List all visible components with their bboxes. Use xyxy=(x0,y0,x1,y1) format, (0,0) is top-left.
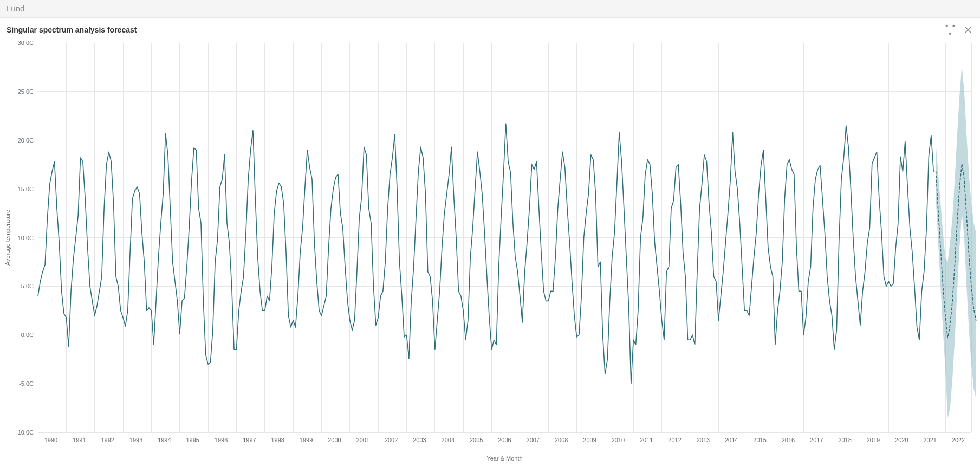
y-tick-label: 30.0C xyxy=(18,40,34,46)
x-tick-label: 2016 xyxy=(782,437,795,443)
x-tick-label: 1993 xyxy=(129,437,142,443)
close-button[interactable] xyxy=(963,24,973,35)
ellipsis-icon: • • • xyxy=(945,22,956,37)
x-tick-label: 1995 xyxy=(186,437,199,443)
x-tick-label: 2014 xyxy=(725,437,738,443)
x-tick-label: 2009 xyxy=(583,437,596,443)
x-tick-label: 1992 xyxy=(101,437,114,443)
page-title: Lund xyxy=(0,0,980,18)
y-tick-label: 15.0C xyxy=(18,186,34,192)
x-tick-label: 1994 xyxy=(158,437,171,443)
more-options-button[interactable]: • • • xyxy=(945,24,956,35)
x-tick-label: 2017 xyxy=(810,437,823,443)
x-tick-label: 2004 xyxy=(442,437,455,443)
x-tick-label: 2006 xyxy=(498,437,511,443)
x-tick-label: 1996 xyxy=(215,437,228,443)
x-tick-label: 2002 xyxy=(385,437,398,443)
x-tick-label: 2018 xyxy=(838,437,851,443)
x-tick-label: 2021 xyxy=(923,437,936,443)
x-tick-label: 2008 xyxy=(555,437,568,443)
x-tick-label: 1998 xyxy=(271,437,284,443)
y-tick-label: -10.0C xyxy=(16,429,34,436)
x-axis-title: Year & Month xyxy=(486,455,522,462)
y-tick-label: 0.0C xyxy=(21,332,34,338)
x-tick-label: 2010 xyxy=(612,437,625,443)
x-tick-label: 2001 xyxy=(356,437,369,443)
y-axis-title: Average temperature xyxy=(4,210,11,266)
close-icon xyxy=(964,26,972,34)
x-tick-label: 2005 xyxy=(470,437,483,443)
card-title: Singular spectrum analysis forecast xyxy=(7,25,137,34)
x-tick-label: 2022 xyxy=(952,437,965,443)
card-actions: • • • xyxy=(945,24,973,35)
y-tick-label: 25.0C xyxy=(18,88,34,95)
x-tick-label: 2015 xyxy=(753,437,766,443)
x-tick-label: 2019 xyxy=(867,437,880,443)
y-tick-label: 10.0C xyxy=(18,235,34,241)
x-tick-label: 1999 xyxy=(300,437,313,443)
x-tick-label: 2000 xyxy=(328,437,341,443)
y-tick-label: 5.0C xyxy=(21,283,34,289)
x-tick-label: 1990 xyxy=(44,437,57,443)
x-tick-label: 2013 xyxy=(697,437,710,443)
chart-card: Singular spectrum analysis forecast • • … xyxy=(0,18,980,466)
chart-area[interactable]: -10.0C-5.0C0.0C5.0C10.0C15.0C20.0C25.0C3… xyxy=(0,37,980,466)
y-tick-label: -5.0C xyxy=(19,380,34,387)
x-tick-label: 2020 xyxy=(895,437,908,443)
x-tick-label: 2012 xyxy=(668,437,681,443)
x-tick-label: 2007 xyxy=(527,437,540,443)
card-header: Singular spectrum analysis forecast • • … xyxy=(0,18,980,37)
x-tick-label: 1997 xyxy=(243,437,256,443)
y-tick-label: 20.0C xyxy=(18,137,34,144)
x-tick-label: 2003 xyxy=(413,437,426,443)
page-title-text: Lund xyxy=(7,4,24,13)
forecast-line-chart: -10.0C-5.0C0.0C5.0C10.0C15.0C20.0C25.0C3… xyxy=(0,37,980,466)
x-tick-label: 2011 xyxy=(640,437,653,443)
x-tick-label: 1991 xyxy=(73,437,86,443)
